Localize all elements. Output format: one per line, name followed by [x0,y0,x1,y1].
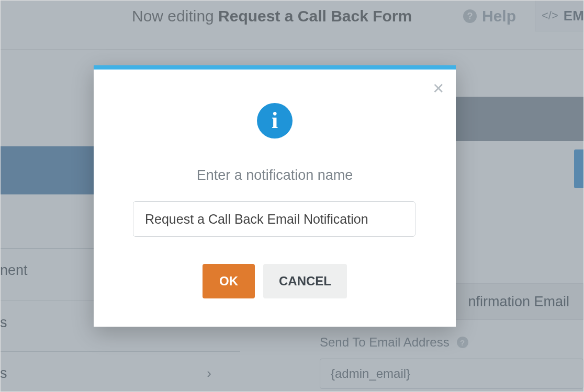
notification-name-input[interactable] [133,201,415,237]
modal-prompt: Enter a notification name [94,167,456,183]
ok-button[interactable]: OK [203,264,255,298]
modal-actions: OK CANCEL [94,264,456,298]
info-icon: i [257,103,293,139]
close-icon[interactable]: ✕ [430,80,446,97]
cancel-button[interactable]: CANCEL [263,264,347,298]
notification-name-modal: ✕ i Enter a notification name OK CANCEL [94,65,456,327]
modal-accent-bar [94,65,456,70]
